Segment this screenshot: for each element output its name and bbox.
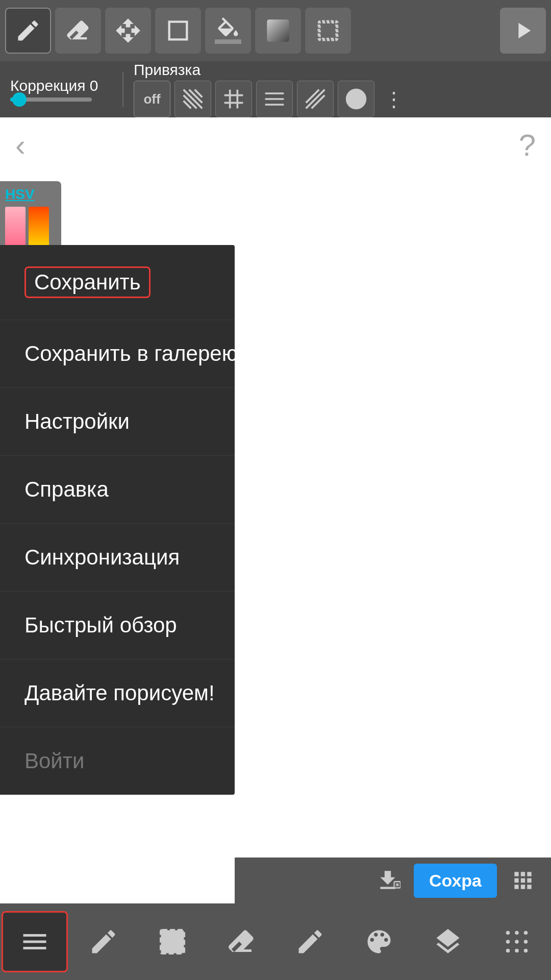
snap-off-label: off bbox=[143, 91, 160, 107]
bottom-nav-dotgrid[interactable] bbox=[484, 911, 550, 972]
color-swatches bbox=[5, 207, 56, 248]
back-button[interactable]: ‹ bbox=[15, 128, 26, 163]
menu-login-button[interactable]: Войти bbox=[0, 727, 235, 795]
bottom-nav-menu[interactable] bbox=[2, 911, 68, 972]
top-toolbar bbox=[0, 0, 551, 61]
menu-help-button[interactable]: Справка bbox=[0, 456, 235, 524]
export-button[interactable] bbox=[370, 863, 406, 898]
selection-tool-button[interactable] bbox=[305, 8, 351, 54]
snap-grid-button[interactable] bbox=[215, 81, 252, 117]
svg-point-27 bbox=[506, 949, 510, 953]
bottom-nav-edit[interactable] bbox=[70, 911, 137, 972]
snap-horizontal-button[interactable] bbox=[256, 81, 293, 117]
swatch-orange[interactable] bbox=[29, 207, 49, 248]
quickview-label: Быстрый обзор bbox=[24, 613, 177, 637]
color-panel: HSV bbox=[0, 181, 61, 253]
fill-tool-button[interactable] bbox=[205, 8, 251, 54]
second-toolbar: Коррекция 0 Привязка off bbox=[0, 61, 551, 117]
help-button[interactable]: ? bbox=[519, 128, 536, 163]
save-label: Сохранить bbox=[24, 266, 151, 298]
menu-save-gallery-button[interactable]: Сохранить в галерею bbox=[0, 320, 235, 388]
save-gallery-label: Сохранить в галерею bbox=[24, 341, 238, 365]
save-blue-button[interactable]: Сохра bbox=[414, 864, 497, 898]
svg-point-29 bbox=[523, 949, 528, 953]
swatch-pink[interactable] bbox=[5, 207, 26, 248]
svg-point-26 bbox=[523, 940, 528, 944]
more-tools-button[interactable] bbox=[500, 8, 546, 54]
svg-point-22 bbox=[515, 931, 519, 935]
svg-point-18 bbox=[354, 97, 358, 101]
menu-letsdraw-button[interactable]: Давайте порисуем! bbox=[0, 659, 235, 727]
menu-quickview-button[interactable]: Быстрый обзор bbox=[0, 592, 235, 659]
snap-section: Привязка off bbox=[134, 61, 409, 117]
svg-point-28 bbox=[515, 949, 519, 953]
snap-diagonal2-button[interactable] bbox=[297, 81, 334, 117]
pen-tool-button[interactable] bbox=[5, 8, 51, 54]
bottom-nav-layers[interactable] bbox=[415, 911, 481, 972]
bottom-nav-palette[interactable] bbox=[346, 911, 412, 972]
hsv-tab[interactable]: HSV bbox=[5, 186, 56, 203]
snap-circles-button[interactable] bbox=[338, 81, 374, 117]
menu-sync-button[interactable]: Синхронизация bbox=[0, 524, 235, 592]
svg-point-24 bbox=[506, 940, 510, 944]
snap-buttons-row: off ⋮ bbox=[134, 81, 409, 117]
menu-save-button[interactable]: Сохранить bbox=[0, 245, 235, 320]
bottom-save-bar: Сохра bbox=[235, 857, 551, 903]
eraser-tool-button[interactable] bbox=[55, 8, 101, 54]
letsdraw-label: Давайте порисуем! bbox=[24, 681, 215, 705]
sync-label: Синхронизация bbox=[24, 545, 180, 569]
bottom-nav-selection[interactable] bbox=[139, 911, 206, 972]
correction-section: Коррекция 0 bbox=[10, 77, 112, 102]
correction-slider[interactable] bbox=[10, 97, 92, 102]
menu-settings-button[interactable]: Настройки bbox=[0, 388, 235, 456]
snap-diagonal-button[interactable] bbox=[174, 81, 211, 117]
bottom-nav-eraser[interactable] bbox=[208, 911, 274, 972]
bottom-navigation bbox=[0, 903, 551, 980]
dropdown-menu: Сохранить Сохранить в галерею Настройки … bbox=[0, 245, 235, 795]
bottom-nav-pen[interactable] bbox=[277, 911, 343, 972]
grid-button[interactable] bbox=[505, 863, 541, 898]
color-tool-button[interactable] bbox=[255, 8, 301, 54]
help-label: Справка bbox=[24, 477, 109, 501]
transform-tool-button[interactable] bbox=[105, 8, 151, 54]
svg-point-23 bbox=[523, 931, 528, 935]
svg-rect-0 bbox=[267, 19, 289, 41]
snap-label: Привязка bbox=[134, 61, 409, 79]
snap-more-button[interactable]: ⋮ bbox=[379, 82, 409, 116]
correction-label: Коррекция 0 bbox=[10, 77, 112, 94]
rectangle-tool-button[interactable] bbox=[155, 8, 201, 54]
settings-label: Настройки bbox=[24, 409, 130, 433]
svg-point-21 bbox=[506, 931, 510, 935]
snap-off-button[interactable]: off bbox=[134, 81, 170, 117]
svg-rect-20 bbox=[161, 930, 184, 953]
login-label: Войти bbox=[24, 749, 85, 773]
svg-point-25 bbox=[515, 940, 519, 944]
